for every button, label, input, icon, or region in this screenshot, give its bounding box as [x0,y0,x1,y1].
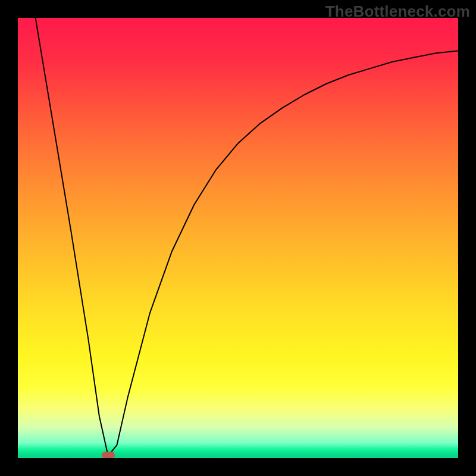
watermark-text: TheBottleneck.com [325,2,470,21]
bottleneck-curve [18,18,458,458]
plot-area [18,18,458,458]
chart-frame: TheBottleneck.com [0,0,476,476]
optimal-point-marker [102,452,115,458]
curve-line [36,18,458,456]
